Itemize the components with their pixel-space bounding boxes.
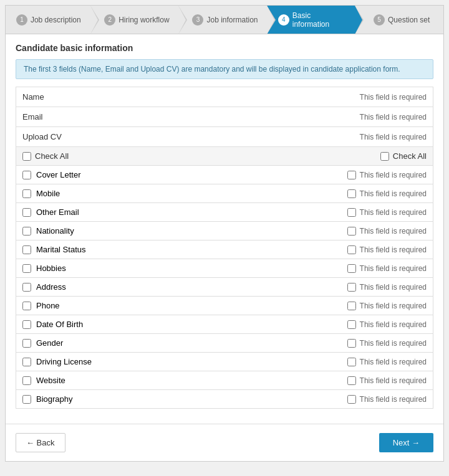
step-label-step-4: Basic information [292,11,349,29]
optional-field-required-text: This field is required [360,320,427,329]
optional-field-left: Driving License [22,357,92,366]
optional-field-row: Mobile This field is required [16,184,433,203]
wizard-step-step-2[interactable]: 2Hiring workflow [90,6,179,34]
optional-field-required-text: This field is required [360,302,427,310]
optional-field-required-checkbox[interactable] [347,227,356,236]
optional-field-label: Driving License [36,357,92,366]
optional-field-required-checkbox[interactable] [347,208,356,217]
optional-field-required-checkbox[interactable] [347,395,356,404]
optional-field-row: Marital Status This field is required [16,240,433,259]
optional-field-checkbox[interactable] [22,208,31,217]
optional-field-required-text: This field is required [360,358,427,366]
optional-field-required-checkbox[interactable] [347,171,356,179]
optional-field-checkbox[interactable] [22,302,31,310]
optional-field-left: Cover Letter [22,170,81,179]
mandatory-field-label: Upload CV [16,127,181,147]
optional-field-checkbox[interactable] [22,264,31,273]
optional-field-checkbox[interactable] [22,171,31,179]
optional-field-row: Address This field is required [16,278,433,297]
optional-field-row: Driving License This field is required [16,353,433,371]
optional-field-left: Nationality [22,226,74,236]
optional-field-row: Gender This field is required [16,334,433,353]
step-label-step-5: Question set [388,16,430,24]
optional-field-required-checkbox[interactable] [347,302,356,310]
step-num-step-3: 3 [192,14,203,26]
optional-field-required-text: This field is required [360,395,427,404]
optional-field-required-checkbox[interactable] [347,376,356,385]
optional-field-row: Cover Letter This field is required [16,166,433,184]
check-all-right-label[interactable]: Check All [380,151,427,161]
optional-field-label: Cover Letter [36,170,81,179]
optional-field-right: This field is required [347,283,427,292]
check-all-right-text: Check All [393,151,427,161]
optional-field-right: This field is required [347,395,427,404]
optional-field-row: Other Email This field is required [16,203,433,222]
optional-field-left: Hobbies [22,264,66,273]
next-button[interactable]: Next → [379,433,433,452]
optional-field-checkbox[interactable] [22,245,31,254]
optional-field-checkbox[interactable] [22,283,31,292]
check-all-left-label[interactable]: Check All [22,151,69,161]
optional-field-label: Gender [36,338,63,348]
optional-field-right: This field is required [347,264,427,273]
content-area: Candidate basic information The first 3 … [6,34,443,417]
optional-field-left: Other Email [22,207,79,217]
optional-field-checkbox[interactable] [22,227,31,236]
optional-field-required-text: This field is required [360,227,427,236]
step-label-step-1: Job description [31,16,81,24]
optional-field-right: This field is required [347,189,427,198]
optional-field-checkbox[interactable] [22,339,31,348]
wizard-step-step-4[interactable]: 4Basic information [267,6,355,34]
optional-field-row: Hobbies This field is required [16,259,433,278]
optional-field-required-checkbox[interactable] [347,283,356,292]
step-label-step-3: Job information [206,16,258,24]
wizard-step-step-1[interactable]: 1Job description [6,6,90,34]
check-all-right-checkbox[interactable] [380,152,389,161]
check-all-left-checkbox[interactable] [22,152,31,161]
optional-field-left: Date Of Birth [22,320,83,329]
optional-field-required-checkbox[interactable] [347,189,356,198]
optional-field-row: Biography This field is required [16,390,433,408]
optional-field-required-text: This field is required [360,264,427,273]
page-container: 1Job description2Hiring workflow3Job inf… [5,5,444,462]
optional-field-right: This field is required [347,302,427,310]
wizard-step-step-5[interactable]: 5Question set [355,6,443,34]
wizard-steps: 1Job description2Hiring workflow3Job inf… [6,6,443,34]
footer: ← Back Next → [6,424,443,461]
optional-field-right: This field is required [347,227,427,236]
optional-field-checkbox[interactable] [22,320,31,329]
optional-field-required-text: This field is required [360,208,427,217]
optional-field-label: Nationality [36,226,74,236]
optional-field-required-text: This field is required [360,171,427,179]
mandatory-field-required: This field is required [181,87,433,107]
optional-field-required-checkbox[interactable] [347,320,356,329]
mandatory-fields-table: Name This field is required Email This f… [16,87,433,147]
mandatory-field-label: Email [16,107,181,127]
back-button[interactable]: ← Back [16,433,65,452]
optional-field-checkbox[interactable] [22,189,31,198]
optional-field-checkbox[interactable] [22,395,31,404]
optional-field-row: Website This field is required [16,371,433,390]
optional-field-required-checkbox[interactable] [347,245,356,254]
wizard-step-step-3[interactable]: 3Job information [178,6,267,34]
optional-field-left: Biography [22,394,73,404]
optional-field-checkbox[interactable] [22,358,31,366]
optional-field-label: Marital Status [36,245,85,254]
optional-field-left: Website [22,376,65,385]
optional-field-label: Mobile [36,189,60,198]
optional-field-checkbox[interactable] [22,376,31,385]
optional-field-row: Date Of Birth This field is required [16,315,433,334]
step-label-step-2: Hiring workflow [118,16,169,24]
optional-field-label: Biography [36,394,73,404]
section-title: Candidate basic information [16,43,433,53]
optional-field-row: Nationality This field is required [16,222,433,240]
info-banner: The first 3 fields (Name, Email and Uplo… [16,59,433,79]
optional-field-right: This field is required [347,339,427,348]
optional-field-required-checkbox[interactable] [347,358,356,366]
optional-field-required-text: This field is required [360,339,427,348]
optional-field-right: This field is required [347,376,427,385]
optional-field-left: Address [22,282,66,292]
optional-field-required-checkbox[interactable] [347,264,356,273]
optional-field-required-checkbox[interactable] [347,339,356,348]
mandatory-field-row: Upload CV This field is required [16,127,433,147]
